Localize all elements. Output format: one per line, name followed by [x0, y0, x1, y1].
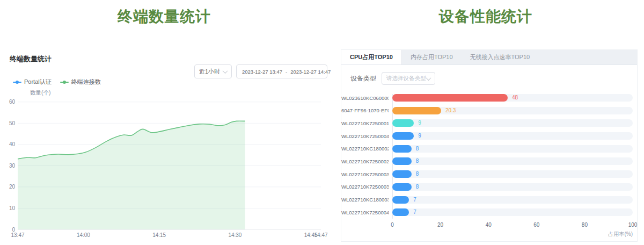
bar-track: 8: [392, 145, 633, 153]
bar-fill: [392, 208, 409, 216]
device-type-label: 设备类型: [350, 74, 376, 83]
svg-text:50: 50: [9, 120, 16, 126]
bar-fill: [392, 119, 414, 127]
x-tick-label: 80: [582, 222, 588, 228]
date-start: 2023-12-27 13:47: [242, 69, 282, 75]
svg-text:13:47: 13:47: [11, 232, 24, 238]
bar-value-label: 20.3: [445, 108, 456, 113]
svg-text:数量(个): 数量(个): [30, 89, 51, 96]
chevron-down-icon: [426, 75, 431, 81]
date-separator: -: [284, 69, 288, 75]
bar-value-label: 8: [416, 146, 419, 152]
terminal-count-panel: 终端数量统计 近1小时 2023-12-27 13:47 - 2023-12-2…: [10, 52, 327, 243]
bar-value-label: 8: [416, 158, 419, 164]
bar-category-label: WL022710K725000272: [341, 158, 389, 164]
tab-1[interactable]: 内存占用TOP10: [402, 50, 462, 64]
bar-row: WL022710KC180003727: [341, 196, 637, 204]
svg-text:10: 10: [9, 205, 16, 211]
date-range-picker[interactable]: 2023-12-27 13:47 - 2023-12-27 14:47: [236, 64, 327, 78]
bar-category-label: WL022710KC18000280: [341, 146, 389, 152]
page-title-right: 设备性能统计: [328, 6, 643, 27]
chart-controls: 近1小时 2023-12-27 13:47 - 2023-12-27 14:47: [194, 64, 327, 78]
bar-value-label: 7: [413, 210, 416, 215]
legend-label: Portal认证: [24, 78, 52, 86]
select-placeholder: 请选择设备类型: [386, 75, 426, 82]
bar-track: 7: [392, 196, 633, 204]
bar-track: 9: [392, 119, 633, 127]
bar-value-label: 48: [512, 95, 518, 100]
svg-text:60: 60: [9, 99, 16, 105]
legend-marker-icon: [13, 82, 21, 83]
bar-fill: [392, 107, 441, 114]
legend-label: 终端连接数: [71, 78, 101, 86]
bar-track: 7: [392, 208, 633, 216]
bar-row: WL022710K7250001029: [341, 119, 637, 127]
bar-row: WL022710K7250004707: [341, 208, 637, 216]
bar-category-label: WL022710K725000102: [341, 120, 389, 126]
x-axis: 020406080100: [392, 222, 633, 228]
panel-title: 终端数量统计: [10, 52, 327, 64]
svg-text:0: 0: [12, 227, 15, 233]
legend-item[interactable]: Portal认证: [13, 78, 52, 86]
bar-category-label: WL022710K725000307: [341, 171, 389, 177]
bar-value-label: 8: [416, 171, 419, 177]
bar-row: WL022710K7250003078: [341, 170, 637, 178]
bar-fill: [392, 183, 412, 191]
bar-fill: [392, 170, 412, 178]
legend-item[interactable]: 终端连接数: [60, 78, 101, 86]
bar-row: WL022710KC180002808: [341, 145, 637, 153]
bar-category-label: WL022710K725000409: [341, 133, 389, 139]
time-range-select[interactable]: 近1小时: [194, 64, 232, 78]
bar-track: 8: [392, 157, 633, 165]
bar-category-label: 6047-FF96-1070-EF0A: [341, 107, 389, 113]
bar-fill: [392, 132, 414, 140]
bar-fill: [392, 196, 409, 204]
svg-text:30: 30: [9, 163, 16, 169]
device-type-select[interactable]: 请选择设备类型: [382, 72, 435, 85]
svg-text:14:15: 14:15: [152, 232, 166, 238]
bar-value-label: 9: [418, 133, 421, 139]
bar-track: 9: [392, 132, 633, 140]
filter-row: 设备类型 请选择设备类型: [350, 72, 637, 85]
legend: Portal认证终端连接数: [13, 78, 101, 86]
svg-text:40: 40: [9, 141, 16, 147]
x-tick-label: 60: [533, 222, 539, 228]
tabs: CPU占用TOP10内存占用TOP10无线接入点速率TOP10: [341, 50, 637, 65]
svg-text:14:30: 14:30: [228, 232, 241, 238]
svg-text:20: 20: [9, 184, 16, 190]
bar-value-label: 8: [416, 184, 419, 190]
bar-row: WL022710K7250003698: [341, 183, 637, 191]
tab-0[interactable]: CPU占用TOP10: [341, 50, 402, 64]
bar-fill: [392, 94, 508, 102]
page-title-left: 终端数量统计: [0, 6, 328, 27]
svg-text:14:00: 14:00: [77, 232, 90, 238]
tab-2[interactable]: 无线接入点速率TOP10: [462, 50, 539, 64]
bar-chart: WL023610KC06000043486047-FF96-1070-EF0A2…: [341, 94, 637, 216]
bar-row: 6047-FF96-1070-EF0A20.3: [341, 107, 637, 114]
date-end: 2023-12-27 14:47: [290, 69, 331, 75]
bar-category-label: WL023610KC06000043: [341, 95, 389, 101]
x-tick-label: 40: [486, 222, 492, 228]
bar-row: WL022710K7250004099: [341, 132, 637, 140]
bar-track: 8: [392, 183, 633, 191]
device-performance-panel: CPU占用TOP10内存占用TOP10无线接入点速率TOP10 设备类型 请选择…: [341, 49, 638, 242]
bar-value-label: 9: [418, 120, 421, 126]
time-range-value: 近1小时: [199, 68, 220, 76]
bar-category-label: WL022710K725000470: [341, 210, 389, 215]
x-tick-label: 100: [628, 222, 638, 228]
bar-category-label: WL022710KC18000372: [341, 197, 389, 203]
line-chart: 0102030405060数量(个)13:4714:0014:1514:3014…: [10, 86, 327, 242]
x-tick-label: 20: [437, 222, 443, 228]
bar-track: 20.3: [392, 107, 633, 114]
bar-track: 8: [392, 170, 633, 178]
bar-fill: [392, 145, 412, 153]
bar-row: WL023610KC0600004348: [341, 94, 637, 102]
bar-row: WL022710K7250002728: [341, 157, 637, 165]
legend-marker-icon: [60, 82, 69, 83]
bar-category-label: WL022710K725000369: [341, 184, 389, 190]
bar-fill: [392, 157, 412, 165]
x-tick-label: 0: [391, 222, 394, 228]
x-axis-name: 占用率(%): [608, 230, 633, 238]
bar-track: 48: [392, 94, 633, 102]
area-fill: [18, 121, 245, 229]
